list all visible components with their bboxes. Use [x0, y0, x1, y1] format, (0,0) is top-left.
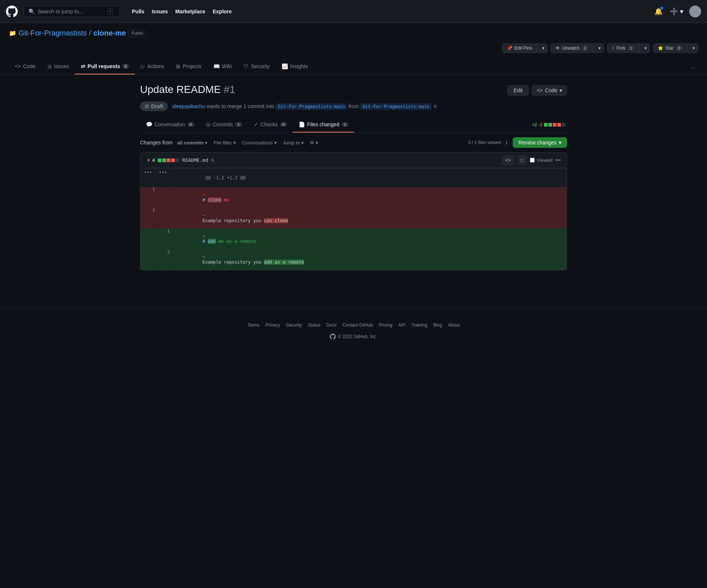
edit-pins-button[interactable]: 📌 Edit Pins ▾	[502, 43, 548, 53]
footer-contact[interactable]: Contact GitHub	[342, 323, 373, 328]
footer-security[interactable]: Security	[286, 323, 302, 328]
pr-badge: 1	[122, 64, 129, 69]
tab-commits-label: Commits	[213, 121, 233, 127]
nav-issues[interactable]: ◎ Issues	[42, 59, 75, 74]
files-viewed-info-button[interactable]: ℹ	[503, 139, 510, 146]
tab-checks[interactable]: ✓ Checks 0	[248, 117, 293, 133]
nav-code[interactable]: <> Code	[9, 59, 42, 74]
conversations-filter[interactable]: Conversations ▾	[240, 138, 278, 147]
nav-insights[interactable]: 📈 Insights	[276, 59, 314, 74]
nav-marketplace[interactable]: Marketplace	[172, 6, 208, 17]
tab-files-changed[interactable]: 📄 Files changed 1	[293, 117, 354, 133]
footer-training[interactable]: Training	[411, 323, 427, 328]
search-input[interactable]	[38, 9, 104, 14]
diff-sign-3: +	[202, 234, 206, 239]
footer-links: Terms Privacy Security Status Docs Conta…	[9, 323, 698, 328]
unwatch-button[interactable]: 👁 Unwatch 1 ▾	[551, 43, 604, 53]
copy-filename-button[interactable]: ⎘	[211, 157, 214, 163]
tab-conversation[interactable]: 💬 Conversation 0	[140, 117, 200, 133]
nav-pull-requests[interactable]: ⇄ Pull requests 1	[75, 59, 135, 74]
files-viewed: 0 / 1 files viewed ℹ	[468, 139, 510, 146]
jump-to-button[interactable]: Jump to ▾	[281, 138, 305, 147]
header: 🔍 / Pulls Issues Marketplace Explore 🔔 ➕…	[0, 0, 707, 23]
nav-security[interactable]: 🛡 Security	[238, 59, 276, 74]
viewed-input[interactable]	[530, 158, 535, 163]
new-line-num-2	[155, 208, 170, 228]
nav-wiki[interactable]: 📖 Wiki	[208, 59, 238, 74]
hunk-header-row: ••• ••• @@ -1,2 +1,2 @@	[140, 168, 567, 187]
viewed-checkbox[interactable]: Viewed	[530, 157, 552, 163]
footer-docs[interactable]: Docs	[326, 323, 336, 328]
nav-pulls[interactable]: Pulls	[129, 6, 147, 17]
repo-icon: 📁	[9, 30, 16, 37]
repo-owner-link[interactable]: Git-For-Pragmastists	[19, 29, 87, 37]
avatar[interactable]	[689, 6, 701, 17]
diff-file-actions: <> □ Viewed •••	[502, 156, 561, 165]
nav-more[interactable]: ...	[688, 59, 698, 74]
diff-block-2	[548, 123, 552, 127]
rich-view-button[interactable]: □	[517, 156, 527, 165]
repo-header: 📁 Git-For-Pragmastists / clone-me Public…	[0, 23, 707, 53]
nav-actions[interactable]: ▷ Actions	[135, 59, 170, 74]
pr-head-text: from	[349, 103, 361, 109]
line-content-del-2: − Example repository you can clone	[170, 208, 567, 228]
nav-security-label: Security	[251, 63, 270, 69]
code-highlight-1: clone	[208, 197, 221, 203]
diff-table: ••• ••• @@ -1,2 +1,2 @@ 1 − # clone-me	[140, 168, 567, 270]
diff-more-button[interactable]: •••	[555, 157, 561, 163]
header-nav: Pulls Issues Marketplace Explore	[129, 6, 235, 17]
fork-button[interactable]: ⑂ Fork 1 ▾	[607, 43, 650, 53]
nav-projects[interactable]: ⊞ Projects	[170, 59, 208, 74]
code-icon: <>	[15, 63, 21, 69]
nav-issues[interactable]: Issues	[149, 6, 171, 17]
footer-terms[interactable]: Terms	[247, 323, 259, 328]
diff-line-add-2: 2 + Example repository you add as a remo…	[140, 249, 567, 270]
nav-explore[interactable]: Explore	[210, 6, 235, 17]
files-viewed-count: 0 / 1 files viewed	[468, 140, 501, 145]
pr-author-link[interactable]: sleepypikachu	[172, 103, 205, 109]
line-content-add-2: + Example repository you add as a remote	[170, 249, 567, 270]
code-view-button[interactable]: <>	[502, 156, 514, 165]
files-toolbar: Changes from all commits ▾ File filter ▾…	[140, 133, 567, 152]
star-label: Star	[665, 46, 674, 51]
pr-title: Update README #1	[140, 84, 235, 96]
footer-privacy[interactable]: Privacy	[265, 323, 280, 328]
wiki-icon: 📖	[213, 63, 220, 69]
file-block-5	[176, 158, 179, 162]
repo-name-link[interactable]: clone-me	[93, 29, 126, 37]
search-box[interactable]: 🔍 /	[24, 6, 120, 17]
files-toolbar-right: 0 / 1 files viewed ℹ Review changes ▾	[468, 137, 567, 148]
star-button[interactable]: ⭐ Star 0 ▾	[653, 43, 698, 53]
nav-insights-label: Insights	[290, 63, 308, 69]
settings-button[interactable]: ⚙ ▾	[308, 138, 320, 147]
file-filter-button[interactable]: File filter ▾	[212, 138, 237, 147]
files-toolbar-left: Changes from all commits ▾ File filter ▾…	[140, 138, 320, 147]
pr-title-row: Update README #1 Edit <> Code ▾	[140, 84, 567, 96]
notifications-button[interactable]: 🔔	[653, 6, 664, 17]
review-changes-button[interactable]: Review changes ▾	[513, 137, 567, 148]
insights-icon: 📈	[282, 63, 288, 69]
collapse-button[interactable]: ▼ 4	[146, 158, 155, 163]
fork-count: 1	[628, 46, 634, 50]
repo-actions: 📌 Edit Pins ▾ 👁 Unwatch 1 ▾ ⑂ Fork 1 ▾ ⭐	[9, 43, 698, 53]
pr-status-row: ⊙ Draft sleepypikachu wants to merge 1 c…	[140, 101, 567, 111]
pr-tabs: 💬 Conversation 0 ◎ Commits 1 ✓ Checks 0 …	[140, 117, 567, 133]
commits-icon: ◎	[206, 121, 210, 127]
edit-button[interactable]: Edit	[507, 85, 529, 96]
pin-icon: 📌	[507, 46, 512, 51]
code-dropdown-button[interactable]: <> Code ▾	[532, 85, 567, 96]
diff-file-header: ▼ 4 README.md ⎘ <> □ Viewed	[140, 153, 567, 168]
footer-status[interactable]: Status	[308, 323, 321, 328]
footer-api[interactable]: API	[398, 323, 405, 328]
file-block-4	[171, 158, 175, 162]
footer-pricing[interactable]: Pricing	[379, 323, 392, 328]
footer-blog[interactable]: Blog	[433, 323, 442, 328]
copy-branch-button[interactable]: ⎘	[433, 103, 438, 110]
tab-commits[interactable]: ◎ Commits 1	[200, 117, 248, 133]
create-button[interactable]: ➕ ▾	[668, 6, 685, 17]
footer-about[interactable]: About	[448, 323, 459, 328]
all-commits-filter[interactable]: all commits ▾	[176, 138, 209, 147]
eye-icon: 👁	[555, 46, 560, 51]
github-logo[interactable]	[6, 6, 18, 17]
actions-icon: ▷	[141, 63, 145, 69]
